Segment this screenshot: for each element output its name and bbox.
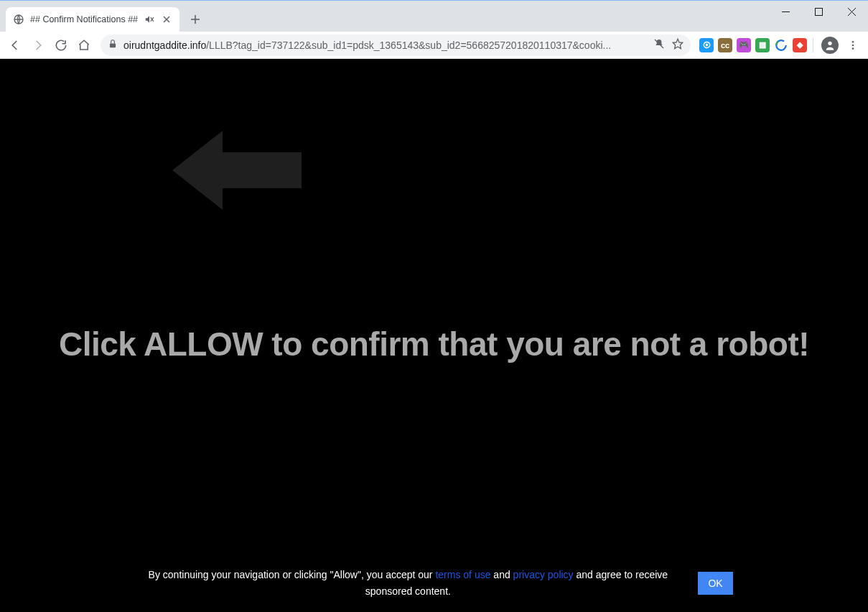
home-button[interactable] (73, 34, 95, 56)
svg-rect-11 (110, 43, 116, 47)
lock-icon[interactable] (108, 39, 118, 51)
mute-icon[interactable] (144, 14, 155, 25)
reload-button[interactable] (50, 34, 72, 56)
chrome-menu-button[interactable] (842, 34, 864, 56)
url-text: oirudntgaddite.info/LLLB?tag_id=737122&s… (123, 40, 648, 51)
window-titlebar: ## Confirm Notifications ## (0, 0, 868, 32)
tab-title: ## Confirm Notifications ## (30, 14, 138, 24)
ext-search[interactable]: ⦿ (699, 38, 714, 52)
browser-toolbar: oirudntgaddite.info/LLLB?tag_id=737122&s… (0, 32, 868, 59)
svg-rect-8 (815, 8, 822, 15)
page-content: Click ALLOW to confirm that you are not … (0, 59, 868, 612)
nav-back-button[interactable] (4, 34, 26, 56)
url-host: oirudntgaddite.info (123, 40, 206, 51)
privacy-policy-link[interactable]: privacy policy (513, 569, 574, 580)
ext-game[interactable]: 🎮 (737, 38, 751, 52)
svg-marker-18 (172, 131, 302, 210)
consent-bar: By continuing your navigation or clickin… (0, 567, 868, 599)
svg-point-15 (852, 41, 854, 43)
toolbar-divider (813, 38, 813, 52)
ext-green[interactable]: ▦ (755, 38, 770, 52)
new-tab-button[interactable] (185, 9, 205, 29)
browser-tab-active[interactable]: ## Confirm Notifications ## (6, 7, 179, 32)
url-path: /LLLB?tag_id=737122&sub_id1=pdsk_1365143… (206, 40, 611, 51)
notifications-blocked-icon[interactable] (653, 38, 665, 52)
window-controls (769, 1, 868, 22)
ext-cc[interactable]: cc (718, 38, 732, 52)
close-tab-icon[interactable] (161, 14, 172, 25)
window-minimize-button[interactable] (769, 1, 802, 22)
avatar-icon (821, 37, 839, 54)
arrow-left-graphic (172, 131, 302, 213)
bookmark-star-icon[interactable] (672, 38, 683, 52)
address-bar[interactable]: oirudntgaddite.info/LLLB?tag_id=737122&s… (101, 34, 691, 56)
ext-red[interactable]: ◆ (793, 38, 807, 52)
svg-point-14 (828, 41, 831, 45)
tab-strip: ## Confirm Notifications ## (0, 1, 205, 32)
consent-prefix: By continuing your navigation or clickin… (149, 569, 436, 580)
globe-icon (13, 14, 24, 25)
svg-point-16 (852, 44, 854, 46)
window-close-button[interactable] (835, 1, 868, 22)
ok-button[interactable]: OK (698, 572, 732, 595)
terms-of-use-link[interactable]: terms of use (435, 569, 490, 580)
consent-mid: and (493, 569, 513, 580)
headline-text: Click ALLOW to confirm that you are not … (0, 325, 868, 363)
extensions-row: ⦿cc🎮▦◆ (696, 38, 807, 52)
profile-avatar-button[interactable] (819, 34, 841, 56)
window-maximize-button[interactable] (802, 1, 835, 22)
nav-forward-button[interactable] (27, 34, 49, 56)
consent-text: By continuing your navigation or clickin… (135, 567, 681, 599)
svg-marker-13 (673, 39, 682, 48)
ext-sync[interactable] (774, 38, 788, 52)
svg-point-17 (852, 47, 854, 50)
